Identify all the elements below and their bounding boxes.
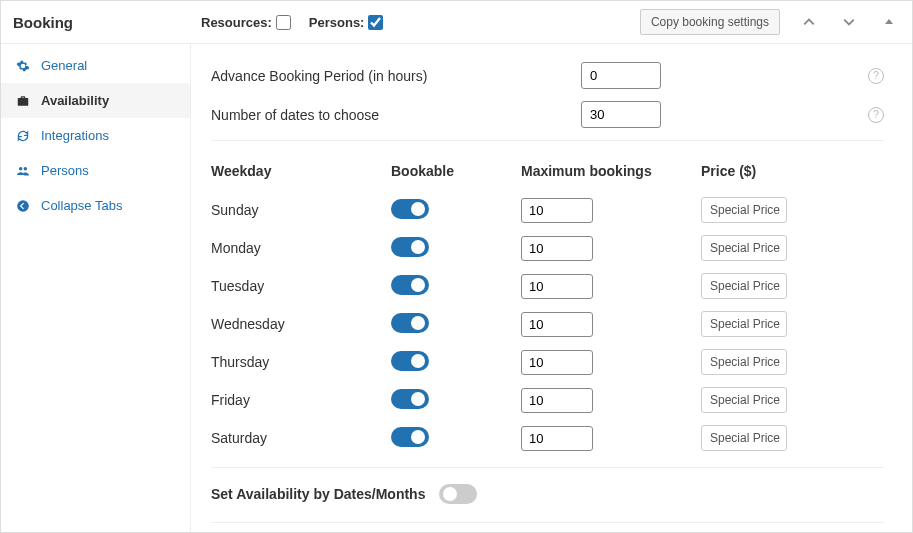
resources-checkbox-wrap[interactable]: Resources: (201, 15, 291, 30)
bookable-toggle[interactable] (391, 427, 429, 447)
table-row: MondaySpecial Price (211, 229, 884, 267)
max-bookings-input[interactable] (521, 388, 593, 413)
briefcase-icon (15, 94, 31, 108)
users-icon (15, 164, 31, 178)
arrow-left-icon (15, 199, 31, 213)
sidebar-item-label: Availability (41, 93, 109, 108)
bookable-toggle[interactable] (391, 389, 429, 409)
bookable-toggle[interactable] (391, 237, 429, 257)
sidebar-item-general[interactable]: General (1, 48, 190, 83)
weekday-label: Thursday (211, 354, 391, 370)
weekday-label: Monday (211, 240, 391, 256)
set-availability-label: Set Availability by Dates/Months (211, 486, 425, 502)
number-of-dates-input[interactable] (581, 101, 661, 128)
bookable-toggle[interactable] (391, 351, 429, 371)
table-row: ThursdaySpecial Price (211, 343, 884, 381)
special-price-button[interactable]: Special Price (701, 387, 787, 413)
divider (211, 140, 884, 141)
sidebar: General Availability Integrations Person… (1, 44, 191, 532)
table-row: SundaySpecial Price (211, 191, 884, 229)
weekday-table-header: Weekday Bookable Maximum bookings Price … (211, 157, 884, 185)
bookable-toggle[interactable] (391, 275, 429, 295)
help-icon[interactable]: ? (868, 68, 884, 84)
content-area: Advance Booking Period (in hours) ? Numb… (191, 44, 912, 532)
special-price-button[interactable]: Special Price (701, 311, 787, 337)
max-bookings-input[interactable] (521, 426, 593, 451)
persons-checkbox[interactable] (368, 15, 383, 30)
advance-booking-label: Advance Booking Period (in hours) (211, 68, 581, 84)
panel-title: Booking (13, 14, 73, 31)
sidebar-item-persons[interactable]: Persons (1, 153, 190, 188)
weekday-label: Wednesday (211, 316, 391, 332)
svg-point-0 (17, 200, 29, 212)
resources-label: Resources: (201, 15, 272, 30)
set-availability-toggle[interactable] (439, 484, 477, 504)
col-header-bookable: Bookable (391, 163, 521, 179)
table-row: TuesdaySpecial Price (211, 267, 884, 305)
sidebar-item-collapse-tabs[interactable]: Collapse Tabs (1, 188, 190, 223)
col-header-weekday: Weekday (211, 163, 391, 179)
bookable-toggle[interactable] (391, 313, 429, 333)
sidebar-item-label: Persons (41, 163, 89, 178)
special-price-button[interactable]: Special Price (701, 235, 787, 261)
sidebar-item-integrations[interactable]: Integrations (1, 118, 190, 153)
weekday-label: Friday (211, 392, 391, 408)
special-price-button[interactable]: Special Price (701, 197, 787, 223)
bookable-toggle[interactable] (391, 199, 429, 219)
table-row: FridaySpecial Price (211, 381, 884, 419)
panel-header: Booking Resources: Persons: Copy booking… (1, 1, 912, 44)
table-row: WednesdaySpecial Price (211, 305, 884, 343)
gear-icon (15, 59, 31, 73)
max-bookings-input[interactable] (521, 350, 593, 375)
help-icon[interactable]: ? (868, 107, 884, 123)
chevron-down-icon[interactable] (838, 11, 860, 33)
max-bookings-input[interactable] (521, 236, 593, 261)
max-bookings-input[interactable] (521, 198, 593, 223)
special-price-button[interactable]: Special Price (701, 273, 787, 299)
col-header-max: Maximum bookings (521, 163, 701, 179)
persons-checkbox-wrap[interactable]: Persons: (309, 15, 384, 30)
col-header-price: Price ($) (701, 163, 884, 179)
weekday-label: Sunday (211, 202, 391, 218)
special-price-button[interactable]: Special Price (701, 349, 787, 375)
collapse-icon[interactable] (878, 11, 900, 33)
chevron-up-icon[interactable] (798, 11, 820, 33)
copy-booking-settings-button[interactable]: Copy booking settings (640, 9, 780, 35)
divider (211, 522, 884, 523)
sidebar-item-availability[interactable]: Availability (1, 83, 190, 118)
sidebar-item-label: Collapse Tabs (41, 198, 122, 213)
resources-checkbox[interactable] (276, 15, 291, 30)
persons-label: Persons: (309, 15, 365, 30)
advance-booking-input[interactable] (581, 62, 661, 89)
special-price-button[interactable]: Special Price (701, 425, 787, 451)
divider (211, 467, 884, 468)
sidebar-item-label: General (41, 58, 87, 73)
weekday-label: Saturday (211, 430, 391, 446)
table-row: SaturdaySpecial Price (211, 419, 884, 457)
weekday-label: Tuesday (211, 278, 391, 294)
max-bookings-input[interactable] (521, 312, 593, 337)
sidebar-item-label: Integrations (41, 128, 109, 143)
refresh-icon (15, 129, 31, 143)
max-bookings-input[interactable] (521, 274, 593, 299)
number-of-dates-label: Number of dates to choose (211, 107, 581, 123)
